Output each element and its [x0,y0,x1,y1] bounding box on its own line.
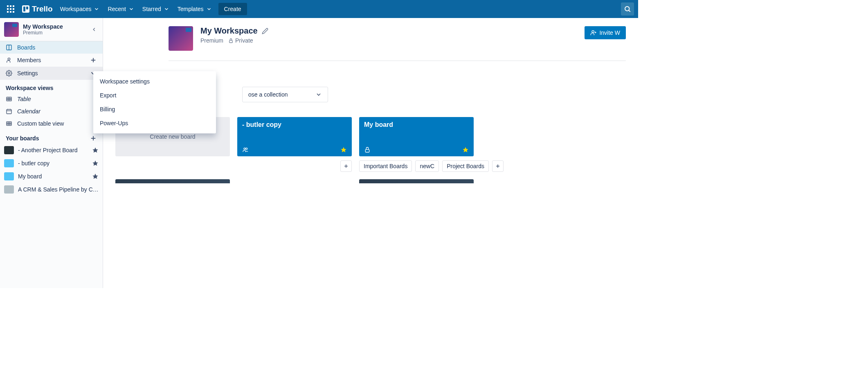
view-label: Custom table view [17,120,64,127]
view-calendar[interactable]: Calendar [0,105,103,117]
your-boards-header: Your boards [0,130,103,144]
svg-line-10 [629,10,630,11]
plus-icon[interactable] [90,56,97,64]
board-card[interactable] [359,179,474,183]
gear-icon [6,70,12,77]
table-icon [6,96,12,102]
collection-selector[interactable]: ose a collection [242,87,328,102]
svg-rect-8 [13,11,14,13]
svg-marker-33 [92,147,98,153]
workspace-meta: Premium Private [200,37,268,44]
dropdown-billing[interactable]: Billing [93,102,216,116]
sidebar-boards[interactable]: Boards [0,41,103,54]
board-tag[interactable]: newC [415,160,439,172]
svg-rect-45 [365,149,369,152]
svg-point-41 [246,148,247,149]
person-add-icon [590,29,597,36]
sidebar-collapse-button[interactable] [90,25,99,34]
trello-logo-icon [22,5,29,13]
visibility-label: Private [235,37,253,44]
star-icon[interactable] [340,146,347,153]
sidebar: My Workspace Premium Boards Members Sett… [0,18,103,288]
create-board-label: Create new board [150,133,195,140]
workspace-tier-label: Premium [200,37,223,44]
nav-workspaces[interactable]: Workspaces [56,3,104,15]
workspace-tier: Premium [23,30,63,36]
star-icon[interactable] [92,173,99,180]
plus-icon[interactable] [90,135,97,142]
board-name: A CRM & Sales Pipeline by Cr... [18,186,99,193]
svg-rect-4 [10,8,11,10]
board-card[interactable] [115,179,230,183]
board-list-item[interactable]: A CRM & Sales Pipeline by Cr... [0,183,103,196]
board-name: My board [18,173,88,180]
star-icon[interactable] [92,147,99,153]
board-list-item[interactable]: My board [0,170,103,183]
star-icon[interactable] [462,146,469,153]
svg-point-37 [592,31,594,33]
nav-recent[interactable]: Recent [103,3,138,15]
create-button[interactable]: Create [218,3,247,15]
svg-rect-3 [7,8,9,10]
plus-icon [495,163,501,169]
views-section-header: Workspace views [0,80,103,93]
svg-marker-34 [92,160,98,166]
view-label: Calendar [17,108,40,115]
nav-starred[interactable]: Starred [138,3,173,15]
board-tag[interactable]: Project Boards [442,160,489,172]
board-name: - butler copy [18,160,88,167]
calendar-icon [6,108,12,115]
plus-icon [343,163,349,169]
board-list-item[interactable]: - butler copy [0,157,103,170]
collection-placeholder: ose a collection [248,91,288,98]
svg-rect-22 [7,109,11,114]
board-icon [6,44,12,51]
board-card[interactable]: My board [359,117,474,156]
sidebar-settings[interactable]: Settings [0,67,103,80]
nav-label: Recent [108,6,126,12]
dropdown-export[interactable]: Export [93,88,216,102]
svg-rect-7 [10,11,11,13]
svg-rect-1 [10,5,11,7]
search-button[interactable] [621,2,634,16]
table-icon [6,120,12,127]
trello-logo[interactable]: Trello [19,5,56,14]
chevron-left-icon [91,27,97,32]
view-custom-table[interactable]: Custom table view [0,117,103,130]
star-icon[interactable] [92,160,99,167]
board-list-item[interactable]: - Another Project Board [0,144,103,157]
workspace-avatar-large [169,26,193,51]
chevron-down-icon [164,6,169,12]
dropdown-workspace-settings[interactable]: Workspace settings [93,74,216,88]
svg-marker-46 [463,147,468,152]
settings-dropdown: Workspace settings Export Billing Power-… [93,71,216,133]
chevron-down-icon [94,6,99,12]
sidebar-item-label: Settings [17,70,85,77]
dropdown-power-ups[interactable]: Power-Ups [93,116,216,130]
board-name: - Another Project Board [18,147,88,153]
sidebar-item-label: Boards [17,44,97,51]
board-tag[interactable]: Important Boards [359,160,412,172]
invite-button[interactable]: Invite W [585,26,626,39]
view-label: Table [17,96,31,102]
edit-icon[interactable] [262,28,268,34]
svg-point-16 [8,72,10,74]
app-switcher-icon[interactable] [6,4,16,14]
board-thumbnail [4,159,14,167]
add-tag-button[interactable] [340,160,352,172]
svg-rect-26 [7,122,11,125]
svg-point-40 [244,148,245,149]
view-table[interactable]: Table [0,93,103,105]
chevron-down-icon [206,6,212,12]
nav-templates[interactable]: Templates [173,3,216,15]
svg-rect-0 [7,5,9,7]
board-card[interactable]: - butler copy [237,117,352,156]
sidebar-members[interactable]: Members [0,54,103,67]
boards-grid-row-2 [115,179,626,183]
add-tag-button[interactable] [492,160,504,172]
invite-label: Invite W [599,29,620,36]
chevron-down-icon [128,6,134,12]
workspace-header: My Workspace Premium [0,18,103,41]
svg-point-13 [8,58,10,60]
svg-point-9 [625,7,630,11]
